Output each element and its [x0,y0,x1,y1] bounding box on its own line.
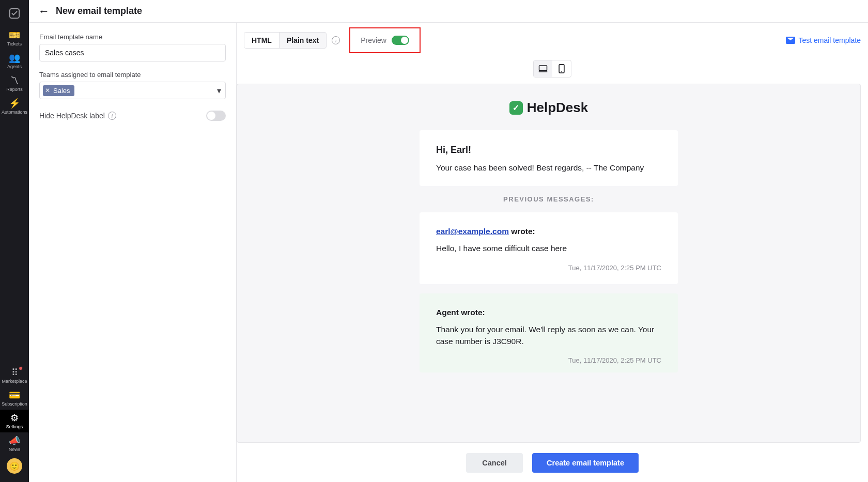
greeting-text: Hi, Earl! [436,145,661,156]
ticket-icon: 🎫 [9,30,20,40]
sidebar: 🎫 Tickets 👥 Agents 〽 Reports ⚡ Automatio… [0,0,29,482]
avatar[interactable]: 🙂 [7,458,22,474]
agents-icon: 👥 [9,53,20,63]
body-text: Your case has been solved! Best regards,… [436,162,661,174]
template-name-input[interactable] [39,44,226,61]
device-desktop-button[interactable] [534,60,552,77]
footer-actions: Cancel Create email template [237,443,868,482]
format-segment: HTML Plain text [244,32,327,49]
toolbar: HTML Plain text i Preview Test email tem… [237,23,868,58]
test-email-button[interactable]: Test email template [786,36,861,44]
sidebar-label: Settings [6,425,23,429]
settings-icon: ⚙ [10,413,19,423]
sidebar-item-subscription[interactable]: 💳 Subscription [0,387,29,410]
author-line: earl@example.com wrote: [436,227,661,236]
team-chip-label: Sales [53,87,70,95]
subscription-icon: 💳 [9,390,20,400]
sidebar-label: Tickets [7,42,22,46]
body-text: Thank you for your email. We'll reply as… [436,323,661,348]
sidebar-item-tickets[interactable]: 🎫 Tickets [0,27,29,50]
field-label-teams: Teams assigned to email template [39,71,226,79]
marketplace-icon: ⠿ [11,367,18,378]
previous-messages-label: PREVIOUS MESSAGES: [237,195,860,203]
svg-point-4 [561,71,562,72]
sidebar-item-news[interactable]: 📣 News [0,432,29,455]
close-icon[interactable]: ✕ [45,87,50,94]
cancel-button[interactable]: Cancel [466,453,523,473]
sidebar-label: Agents [7,65,22,69]
create-template-button[interactable]: Create email template [532,453,639,473]
sidebar-label: News [9,447,21,452]
mobile-icon [559,64,565,73]
sidebar-item-automations[interactable]: ⚡ Automations [0,95,29,118]
chevron-down-icon: ▾ [217,86,221,96]
info-icon[interactable]: i [332,36,340,44]
sidebar-label: Subscription [2,402,27,407]
news-icon: 📣 [9,436,20,446]
sidebar-label: Automations [2,110,27,115]
timestamp: Tue, 11/17/2020, 2:25 PM UTC [436,264,661,272]
page-header: ← New email template [29,0,868,23]
field-label-name: Email template name [39,33,226,41]
sidebar-item-marketplace[interactable]: ⠿ Marketplace [0,364,29,387]
body-text: Hello, I have some difficult case here [436,242,661,254]
mail-icon [786,37,795,44]
timestamp: Tue, 11/17/2020, 2:25 PM UTC [436,356,661,364]
reports-icon: 〽 [10,75,19,86]
message-card-main: Hi, Earl! Your case has been solved! Bes… [420,130,678,186]
email-preview: ✓ HelpDesk Hi, Earl! Your case has been … [237,84,861,443]
desktop-icon [538,65,548,73]
sidebar-item-agents[interactable]: 👥 Agents [0,50,29,72]
message-card-customer: earl@example.com wrote: Hello, I have so… [420,212,678,284]
sidebar-item-reports[interactable]: 〽 Reports [0,72,29,95]
device-toggle [237,60,868,77]
author-line: Agent wrote: [436,308,661,317]
svg-rect-1 [539,66,547,71]
form-panel: Email template name Teams assigned to em… [29,23,237,482]
page-title: New email template [56,6,142,17]
automations-icon: ⚡ [9,98,20,108]
segment-html-button[interactable]: HTML [244,33,280,48]
helpdesk-logo-icon: ✓ [509,101,523,115]
teams-select[interactable]: ✕ Sales ▾ [39,82,226,99]
notification-dot-icon [19,366,23,370]
app-logo-icon [0,2,29,25]
preview-toggle[interactable] [392,36,409,45]
preview-toggle-highlight: Preview [349,27,421,53]
content-panel: HTML Plain text i Preview Test email tem… [237,23,868,482]
sidebar-label: Marketplace [2,379,27,384]
sidebar-item-settings[interactable]: ⚙ Settings [0,410,29,432]
device-mobile-button[interactable] [552,60,571,77]
info-icon[interactable]: i [108,112,116,120]
hide-helpdesk-label: Hide HelpDesk label i [39,112,116,120]
team-chip-sales[interactable]: ✕ Sales [43,85,74,96]
message-card-agent: Agent wrote: Thank you for your email. W… [420,293,678,373]
hide-helpdesk-toggle[interactable] [206,111,226,121]
sidebar-label: Reports [6,87,23,92]
preview-label: Preview [361,36,386,44]
segment-plain-button[interactable]: Plain text [280,33,326,48]
brand-name: HelpDesk [527,100,588,116]
back-arrow-icon[interactable]: ← [35,3,53,20]
customer-email-link[interactable]: earl@example.com [436,227,509,236]
brand-row: ✓ HelpDesk [237,100,860,116]
